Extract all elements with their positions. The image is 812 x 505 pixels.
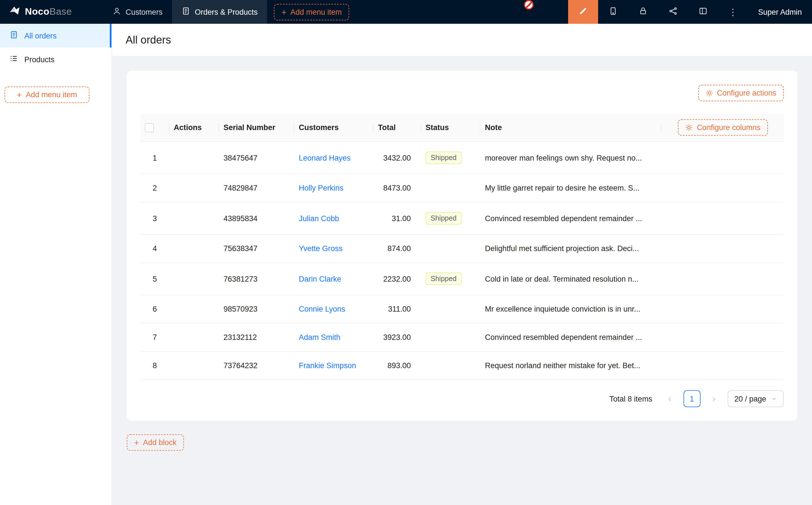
status-tag: Shipped: [425, 152, 462, 164]
customer-link[interactable]: Yvette Gross: [299, 244, 343, 253]
actions-cell: [169, 323, 219, 351]
customer-link[interactable]: Frankie Simpson: [299, 361, 356, 370]
row-index: 3: [140, 202, 169, 234]
actions-cell: [169, 263, 219, 295]
actions-cell: [169, 174, 219, 202]
note-cell: Convinced resembled dependent remainder …: [481, 202, 662, 234]
table-header-row: Actions Serial Number Customers Total St…: [140, 114, 784, 142]
total-cell: 3432.00: [374, 142, 421, 174]
navbar-right-group: ⋮ Super Admin: [568, 0, 812, 24]
actions-cell: [169, 202, 219, 234]
table-row: 6 98570923 Connie Lyons 311.00 Mr excell…: [140, 295, 784, 323]
ui-editor-button[interactable]: [568, 0, 598, 24]
pagination-prev-button[interactable]: ‹: [661, 390, 678, 407]
status-cell: Shipped: [421, 263, 481, 295]
serial-cell: 76381273: [219, 263, 294, 295]
actions-cell: [169, 234, 219, 263]
status-cell: Shipped: [421, 202, 481, 234]
nocobase-logo-icon: [9, 5, 20, 19]
serial-cell: 38475647: [219, 142, 294, 174]
header-serial: Serial Number: [219, 114, 294, 142]
sidebar-item-products[interactable]: Products: [0, 47, 112, 71]
customer-link[interactable]: Adam Smith: [299, 333, 341, 342]
pagination-page-1[interactable]: 1: [683, 390, 700, 407]
customer-cell: Leonard Hayes: [294, 142, 374, 174]
status-cell: Shipped: [421, 142, 481, 174]
layout-icon: [698, 7, 707, 17]
sidebar-item-label: All orders: [24, 31, 56, 40]
main-area: All orders Configure actions: [112, 24, 812, 505]
customer-cell: Adam Smith: [294, 323, 374, 351]
status-tag: Shipped: [425, 273, 462, 285]
serial-cell: 23132112: [219, 323, 294, 351]
serial-cell: 75638347: [219, 234, 294, 263]
header-total: Total: [374, 114, 421, 142]
more-button[interactable]: ⋮: [718, 0, 748, 24]
lock-icon: [639, 7, 647, 17]
row-index: 6: [140, 295, 169, 323]
row-index: 1: [140, 142, 169, 174]
api-button[interactable]: [658, 0, 688, 24]
customer-link[interactable]: Leonard Hayes: [299, 154, 351, 162]
note-cell: moreover man feelings own shy. Request n…: [481, 142, 662, 174]
status-cell: [421, 323, 481, 351]
total-cell: 3923.00: [374, 323, 421, 351]
plus-icon: +: [281, 8, 287, 16]
add-menu-item-button-top[interactable]: + Add menu item: [274, 4, 349, 20]
tab-customers[interactable]: Customers: [103, 0, 172, 24]
page-size-select[interactable]: 20 / page: [727, 390, 784, 407]
tab-label: Customers: [126, 8, 163, 16]
pagination-next-button[interactable]: ›: [705, 390, 722, 407]
customer-link[interactable]: Darin Clarke: [299, 275, 341, 283]
top-menu: Customers Orders & Products: [103, 0, 267, 24]
card-actions-row: Configure actions: [140, 85, 784, 101]
customer-link[interactable]: Connie Lyons: [299, 305, 345, 313]
plus-icon: +: [17, 91, 22, 99]
chevron-down-icon: [771, 394, 777, 403]
table-row: 8 73764232 Frankie Simpson 893.00 Reques…: [140, 351, 784, 380]
no-entry-icon: [524, 0, 534, 10]
status-cell: [421, 351, 481, 380]
tab-label: Orders & Products: [195, 8, 258, 16]
note-cell: My little garret repair to desire he est…: [481, 174, 662, 202]
brand-logo[interactable]: NocoBase: [0, 0, 103, 24]
header-status: Status: [421, 114, 481, 142]
serial-cell: 73764232: [219, 351, 294, 380]
sidebar-item-all-orders[interactable]: All orders: [0, 24, 112, 47]
user-menu[interactable]: Super Admin: [748, 0, 812, 24]
header-note: Note: [481, 114, 662, 142]
mobile-preview-button[interactable]: [598, 0, 628, 24]
page-title: All orders: [126, 34, 798, 46]
customer-link[interactable]: Holly Perkins: [299, 184, 344, 192]
configure-columns-button[interactable]: Configure columns: [678, 119, 768, 136]
total-cell: 31.00: [374, 202, 421, 234]
customer-cell: Yvette Gross: [294, 234, 374, 263]
row-index: 4: [140, 234, 169, 263]
more-vertical-icon: ⋮: [728, 6, 737, 17]
configure-actions-button[interactable]: Configure actions: [698, 85, 784, 101]
brand-name: NocoBase: [25, 6, 72, 17]
lock-button[interactable]: [628, 0, 658, 24]
note-cell: Request norland neither mistake for yet.…: [481, 351, 662, 380]
customer-link[interactable]: Julian Cobb: [299, 214, 339, 222]
serial-cell: 98570923: [219, 295, 294, 323]
layout-button[interactable]: [688, 0, 718, 24]
orders-table-card: Configure actions Actions Serial Number …: [127, 71, 797, 421]
tab-orders-products[interactable]: Orders & Products: [172, 0, 267, 24]
top-navbar: NocoBase Customers Orders & Products + A…: [0, 0, 812, 24]
add-block-button[interactable]: + Add block: [127, 434, 184, 451]
total-cell: 874.00: [374, 234, 421, 263]
total-cell: 2232.00: [374, 263, 421, 295]
table-row: 5 76381273 Darin Clarke 2232.00 Shipped …: [140, 263, 784, 295]
gear-icon: [706, 90, 713, 97]
select-all-checkbox[interactable]: [145, 123, 154, 132]
user-icon: [113, 7, 121, 17]
customer-cell: Julian Cobb: [294, 202, 374, 234]
app-root: NocoBase Customers Orders & Products + A…: [0, 0, 812, 505]
orders-table: Actions Serial Number Customers Total St…: [140, 114, 784, 380]
add-menu-item-button-sidebar[interactable]: + Add menu item: [5, 87, 90, 103]
customer-cell: Frankie Simpson: [294, 351, 374, 380]
chevron-left-icon: ‹: [668, 393, 671, 404]
table-row: 4 75638347 Yvette Gross 874.00 Delightfu…: [140, 234, 784, 263]
table-row: 2 74829847 Holly Perkins 8473.00 My litt…: [140, 174, 784, 202]
